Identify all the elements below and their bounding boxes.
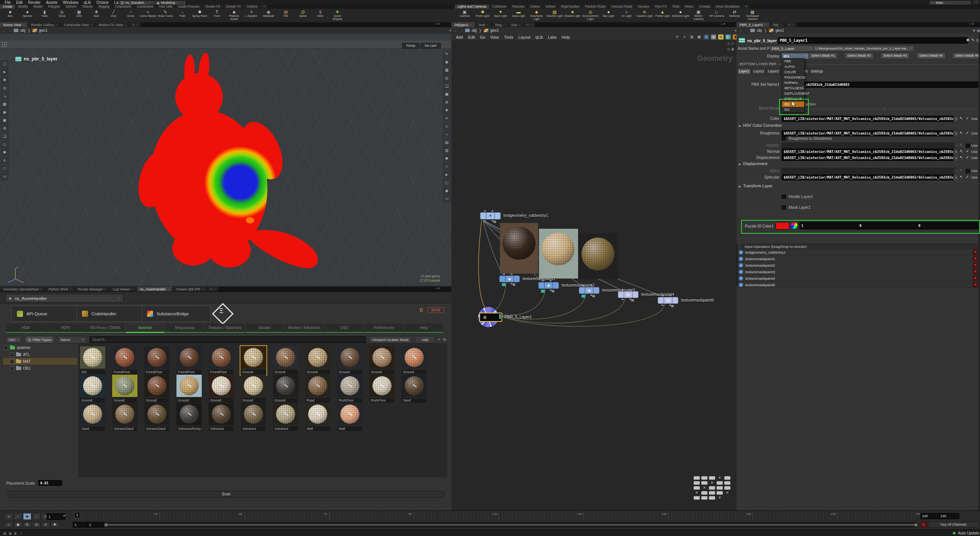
shelf-tool[interactable]: ● Sky Light <box>599 9 617 22</box>
network-node[interactable]: ◉ texturemaskpaint5 <box>658 297 678 304</box>
next-frame-button[interactable]: › <box>32 513 41 520</box>
color-palette-icon[interactable]: ◧ <box>725 34 731 39</box>
menu-edit[interactable]: Edit <box>16 0 23 5</box>
select-mask-button[interactable]: Select Mask #5 <box>952 52 980 59</box>
net-menu-layout[interactable]: Layout <box>518 35 531 39</box>
viewport-tool-icon[interactable]: ► <box>1 69 8 75</box>
pane-tab[interactable]: /img× <box>492 22 508 27</box>
network-node[interactable]: ❖ testgeometry_rubbertoy1 <box>480 212 501 220</box>
remove-icon[interactable]: ✕ <box>973 276 978 281</box>
net-menu-view[interactable]: View <box>490 35 499 39</box>
chevron-down-icon[interactable]: ▾ <box>953 155 959 162</box>
param-section-header[interactable]: ▶Displacement <box>739 161 768 166</box>
pick-arrow-icon[interactable]: ↖ <box>960 149 963 153</box>
placement-scale-field[interactable]: 0.01 <box>38 480 62 486</box>
shelf-tool[interactable]: ▩ Gamepad Camera <box>743 9 761 22</box>
list-icon[interactable]: ≡ <box>682 34 687 39</box>
remove-icon[interactable]: ✕ <box>973 250 978 255</box>
status-icon[interactable]: ≡ <box>20 531 22 535</box>
status-icon[interactable]: ▦ <box>3 531 7 535</box>
tree-item[interactable]: − aixterior <box>3 344 77 351</box>
back-arrow-icon[interactable]: ← <box>454 28 457 33</box>
shelf-tool[interactable]: ○ GI Light <box>617 9 635 22</box>
close-icon[interactable]: × <box>202 287 204 291</box>
pbr-layer-node[interactable]: ≣ <box>479 313 502 322</box>
shelf-tool[interactable]: ✚ Null <box>88 9 105 22</box>
texture-path-field[interactable]: $ASSET_LIB/aixterior/MAT/AXT_MAT_Volcani… <box>782 149 956 155</box>
blend-areas-slider[interactable] <box>782 109 978 110</box>
shelf-tool[interactable]: ◆ Geometry Light <box>528 9 546 22</box>
net-menu-tools[interactable]: Tools <box>504 35 513 39</box>
shelf-tab[interactable]: Viscous Fluids <box>609 5 635 9</box>
close-icon[interactable]: × <box>132 287 134 291</box>
end-frame-field[interactable]: 240 <box>920 513 941 519</box>
net-menu-help[interactable]: Help <box>562 35 570 39</box>
material-thumbnail[interactable]: Sand <box>80 403 105 431</box>
asset-category-tab[interactable]: Megascans <box>165 324 204 333</box>
pane-tab[interactable]: /obj/geo1× <box>451 22 475 27</box>
material-thumbnail[interactable]: Ground <box>112 375 137 403</box>
asset-path-select[interactable]: L:/Workgroups/HOU_Asset_Handler_Dev/otls… <box>813 45 914 52</box>
shelf-tab[interactable]: Vellum <box>543 5 559 9</box>
viewport-tool-icon[interactable]: ⊕ <box>1 125 8 132</box>
pane-tab[interactable]: Python Shell× <box>46 287 75 292</box>
substance-bridge-button[interactable]: SubstanceBridge <box>142 306 211 322</box>
shelf-tab[interactable]: Terrain FX <box>203 5 223 9</box>
select-mask-button[interactable]: Select Mask #3 <box>880 52 910 59</box>
pane-tab[interactable]: ns_AssetHandler× <box>137 287 173 292</box>
shelf-tool[interactable]: ✱ Point Light <box>474 9 492 22</box>
shelf-tab[interactable]: Create <box>0 5 16 9</box>
material-thumbnail[interactable]: VolcanicsRocky <box>176 403 202 431</box>
material-thumbnail[interactable]: Ground <box>176 375 202 403</box>
shelf-tab[interactable]: FEM <box>670 5 682 9</box>
network-quickmark-palette[interactable]: ✕ ✕ ✕ ✕ ✕ ✕ <box>694 476 732 500</box>
options-icon[interactable]: ≡ <box>41 522 50 528</box>
close-icon[interactable]: × <box>531 23 532 26</box>
param-section-header[interactable]: ▶HSV Color Correction <box>739 123 782 128</box>
input-operator-row[interactable]: ↗ texturemaskpaint4 ✕ <box>738 275 978 282</box>
shelf-tab[interactable]: Texture <box>79 5 96 9</box>
dopesheet-icon[interactable]: ⊙ <box>32 522 41 528</box>
close-icon[interactable]: × <box>764 23 766 26</box>
shelf-tool[interactable]: → Path <box>174 9 191 22</box>
forward-arrow-icon[interactable]: → <box>459 28 463 33</box>
material-thumbnail[interactable]: RockFloor <box>369 375 395 403</box>
shelf-tab[interactable]: Particles <box>509 5 528 9</box>
shelf-tab[interactable]: Deform <box>63 5 79 9</box>
pane-tab[interactable]: PBR_5_Layer1× <box>737 22 770 27</box>
asset-category-tab[interactable]: Textures / Materials <box>205 324 244 333</box>
material-thumbnail[interactable]: Sand <box>402 375 427 403</box>
pane-tab[interactable]: +× <box>785 22 797 27</box>
node-flag[interactable] <box>499 314 501 319</box>
shelf-tool[interactable]: ◇ VR Camera <box>707 9 725 22</box>
network-node[interactable]: ◉ texturemaskpaint2 <box>538 282 559 289</box>
add-icon[interactable]: ✚ <box>51 522 59 528</box>
sort-select[interactable]: Name▾ <box>57 336 87 343</box>
api-queue-button[interactable]: API-Queue <box>11 306 80 322</box>
material-thumbnail[interactable]: Ground <box>144 375 170 403</box>
viewport-tool-icon[interactable]: ✚ <box>1 77 8 84</box>
close-icon[interactable]: × <box>69 287 71 291</box>
tree-toggle-icon[interactable]: + <box>10 352 14 357</box>
shelf-tab[interactable]: Constraints <box>134 5 157 9</box>
close-icon[interactable]: × <box>780 23 782 26</box>
shelf-tool[interactable]: ◎ Torus <box>53 9 70 22</box>
pane-tab[interactable]: Motion FX View× <box>96 22 130 27</box>
texture-path-field[interactable]: $ASSET_LIB/aixterior/MAT/AXT_MAT_Volcani… <box>782 116 956 122</box>
viewport-tool-icon[interactable]: ▢ <box>443 179 451 186</box>
range-handle[interactable] <box>915 523 918 526</box>
pane-tab[interactable]: +× <box>207 287 219 292</box>
viewport-tool-icon[interactable]: ▣ <box>1 117 8 124</box>
stop-button[interactable]: ■ <box>23 513 31 520</box>
remove-icon[interactable]: ✕ <box>973 269 978 274</box>
viewport-tool-icon[interactable]: ○ <box>443 131 451 138</box>
select-mask-button[interactable]: Select Mask #1 <box>808 52 838 59</box>
global-end-field[interactable]: 240 <box>939 513 959 519</box>
pane-tab[interactable]: /obj× <box>770 22 785 27</box>
close-icon[interactable]: × <box>56 23 58 26</box>
material-thumbnail[interactable]: Volcanics <box>273 403 298 431</box>
shelf-tool[interactable]: T Font <box>208 9 225 22</box>
shelf-tool[interactable]: ▬ Area Light <box>510 9 528 22</box>
material-thumbnail[interactable]: Ground <box>369 346 395 375</box>
brush-icon[interactable]: ✎ <box>971 38 974 43</box>
